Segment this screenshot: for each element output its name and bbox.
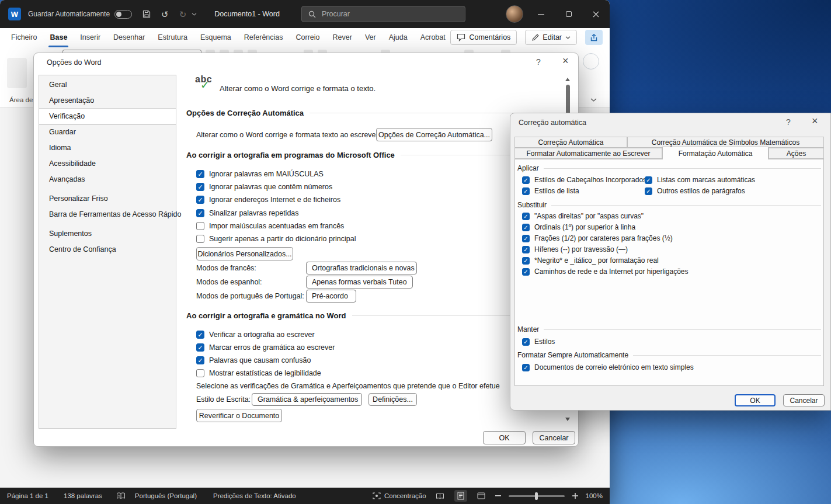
sidebar-item-centro-confianca[interactable]: Centro de Confiança: [39, 242, 176, 258]
collapse-ribbon-icon[interactable]: [590, 93, 597, 104]
checkbox[interactable]: [645, 176, 652, 184]
focus-mode-button[interactable]: Concentração: [373, 492, 426, 499]
ok-button[interactable]: OK: [735, 394, 776, 406]
zoom-out-button[interactable]: [495, 495, 501, 496]
tab-inserir[interactable]: Inserir: [74, 28, 107, 47]
undo-icon[interactable]: ↺: [161, 10, 169, 19]
tab-desenhar[interactable]: Desenhar: [107, 28, 151, 47]
sidebar-item-apresentacao[interactable]: Apresentação: [39, 93, 176, 109]
checkbox[interactable]: [196, 356, 204, 364]
checkbox-row-list-styles[interactable]: Estilos de lista: [522, 186, 579, 196]
close-icon[interactable]: ×: [812, 115, 818, 127]
checkbox-row-auto-bullet-lists[interactable]: Listas com marcas automáticas: [645, 175, 755, 185]
checkbox[interactable]: [196, 369, 204, 377]
checkbox[interactable]: [522, 268, 530, 276]
sidebar-item-acessibilidade[interactable]: Acessibilidade: [39, 156, 176, 172]
zoom-slider[interactable]: [509, 495, 565, 497]
tab-ficheiro[interactable]: Ficheiro: [5, 28, 43, 47]
help-icon[interactable]: ?: [786, 117, 791, 127]
checkbox[interactable]: [522, 257, 530, 265]
custom-dictionaries-button[interactable]: Dicionários Personalizados...: [196, 247, 293, 260]
tab-base[interactable]: Base: [43, 28, 74, 47]
checkbox-row-readability-stats[interactable]: Mostrar estatísticas de legibilidade: [196, 369, 321, 378]
search-input[interactable]: [301, 6, 465, 22]
minimize-button[interactable]: [527, 0, 555, 28]
edit-mode-button[interactable]: Editar: [525, 30, 577, 45]
save-icon[interactable]: [142, 10, 151, 18]
tab-acoes[interactable]: Ações: [769, 148, 824, 159]
zoom-in-button[interactable]: [572, 493, 578, 499]
checkbox[interactable]: [522, 213, 530, 220]
spanish-modes-dropdown[interactable]: Apenas formas verbais Tuteo: [306, 276, 413, 289]
sidebar-item-idioma[interactable]: Idioma: [39, 140, 176, 156]
checkbox-row-ignore-uppercase[interactable]: Ignorar palavras em MAIÚSCULAS: [196, 169, 324, 179]
checkbox-row-builtin-heading-styles[interactable]: Estilos de Cabeçalhos Incorporados: [522, 175, 646, 185]
sidebar-item-geral[interactable]: Geral: [39, 77, 176, 93]
close-icon[interactable]: ×: [562, 55, 569, 67]
maximize-button[interactable]: [555, 0, 582, 28]
tab-correio[interactable]: Correio: [290, 28, 326, 47]
checkbox-row-fractions[interactable]: Frações (1/2) por carateres para frações…: [522, 234, 673, 243]
checkbox-row-bold-italic[interactable]: *Negrito* e _itálico_ por formatação rea…: [522, 256, 659, 265]
checkbox-row-mark-grammar[interactable]: Marcar erros de gramática ao escrever: [196, 343, 335, 352]
writing-style-dropdown[interactable]: Gramática & aperfeiçoamentos: [252, 393, 362, 406]
checkbox-row-ignore-internet[interactable]: Ignorar endereços Internet e de ficheiro…: [196, 195, 340, 204]
checkbox-row-keep-styles[interactable]: Estilos: [522, 337, 555, 346]
checkbox-row-check-spelling[interactable]: Verificar a ortografia ao escrever: [196, 330, 315, 339]
tab-esquema[interactable]: Esquema: [194, 28, 238, 47]
autocorrect-options-button[interactable]: Opções de Correção Automática...: [376, 128, 492, 141]
checkbox-row-hyperlinks[interactable]: Caminhos de rede e da Internet por hiper…: [522, 267, 689, 276]
checkbox-row-ordinals-superscript[interactable]: Ordinais (1º) por superior à linha: [522, 223, 635, 232]
status-text-predictions[interactable]: Predições de Texto: Ativado: [213, 492, 296, 499]
checkbox[interactable]: [196, 183, 204, 191]
tab-rever[interactable]: Rever: [326, 28, 359, 47]
status-language[interactable]: Português (Portugal): [135, 492, 197, 499]
sidebar-item-suplementos[interactable]: Suplementos: [39, 226, 176, 242]
checkbox[interactable]: [522, 246, 530, 253]
help-icon[interactable]: ?: [536, 57, 541, 67]
cancel-button[interactable]: Cancelar: [533, 431, 575, 444]
ok-button[interactable]: OK: [483, 431, 526, 444]
tab-estrutura[interactable]: Estrutura: [151, 28, 194, 47]
checkbox-row-ignore-numbers[interactable]: Ignorar palavras que contêm números: [196, 182, 332, 192]
checkbox-row-hyphens-dash[interactable]: Hífenes (--) por travessão (—): [522, 245, 628, 254]
read-mode-button[interactable]: [434, 490, 447, 502]
comments-button[interactable]: Comentários: [450, 30, 517, 45]
tab-acrobat[interactable]: Acrobat: [414, 28, 452, 47]
paste-button-placeholder[interactable]: [7, 58, 27, 88]
checkbox[interactable]: [196, 235, 204, 243]
checkbox[interactable]: [522, 235, 530, 242]
tab-formatar-ao-escrever[interactable]: Formatar Automaticamente ao Escrever: [514, 148, 662, 159]
sidebar-item-verificacao[interactable]: Verificação: [39, 109, 176, 124]
sidebar-item-personalizar-friso[interactable]: Personalizar Friso: [39, 191, 176, 207]
tab-formatacao-automatica[interactable]: Formatação Automática: [662, 147, 769, 159]
user-avatar[interactable]: [506, 5, 523, 23]
portuguese-modes-dropdown[interactable]: Pré-acordo: [306, 290, 356, 303]
scroll-up-icon[interactable]: [565, 78, 570, 81]
checkbox[interactable]: [522, 187, 530, 195]
sidebar-item-guardar[interactable]: Guardar: [39, 124, 176, 140]
checkbox[interactable]: [196, 222, 204, 230]
checkbox-row-flag-repeated[interactable]: Sinalizar palavras repetidas: [196, 208, 299, 218]
recheck-document-button[interactable]: Reverificar o Documento: [196, 409, 282, 422]
checkbox[interactable]: [196, 170, 204, 178]
web-layout-button[interactable]: [475, 490, 488, 502]
tab-correcao-automatica[interactable]: Correção Automática: [514, 137, 627, 148]
editor-settings-button[interactable]: Definições...: [368, 393, 417, 406]
checkbox[interactable]: [196, 331, 204, 339]
close-button[interactable]: [582, 0, 610, 28]
scroll-down-icon[interactable]: [565, 418, 570, 421]
checkbox-row-french-uppercase[interactable]: Impor maiúsculas acentuadas em francês: [196, 221, 344, 231]
checkbox[interactable]: [522, 338, 530, 346]
sidebar-item-barra-acesso-rapido[interactable]: Barra de Ferramentas de Acesso Rápido: [39, 207, 176, 223]
zoom-slider-thumb[interactable]: [535, 492, 538, 500]
proofing-errors-icon[interactable]: [116, 492, 126, 499]
checkbox[interactable]: [522, 176, 530, 184]
cancel-button[interactable]: Cancelar: [783, 394, 825, 406]
autosave-toggle[interactable]: [114, 10, 132, 19]
editor-button-placeholder[interactable]: [583, 53, 599, 69]
checkbox-row-smart-quotes[interactable]: "Aspas direitas" por "aspas curvas": [522, 211, 644, 221]
tab-referencias[interactable]: Referências: [238, 28, 290, 47]
tab-ver[interactable]: Ver: [359, 28, 383, 47]
sidebar-item-avancadas[interactable]: Avançadas: [39, 172, 176, 187]
